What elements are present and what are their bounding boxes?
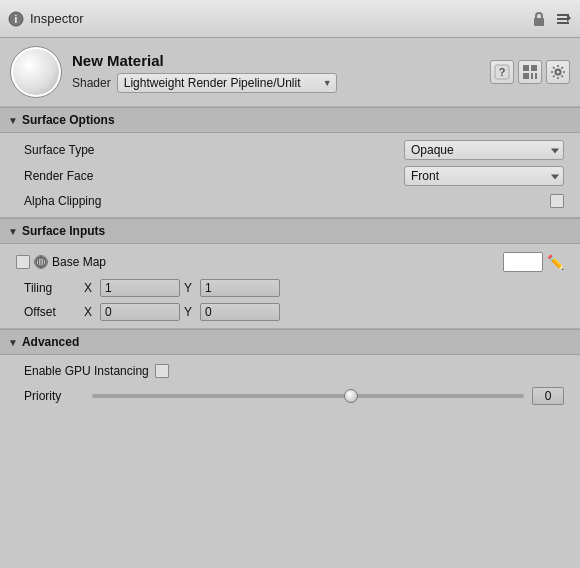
title-bar-left: i Inspector [8, 11, 83, 27]
base-map-label: Base Map [52, 255, 503, 269]
svg-rect-11 [523, 73, 529, 79]
render-face-value: Front [404, 166, 564, 186]
menu-icon[interactable] [554, 10, 572, 28]
render-face-row: Render Face Front [0, 163, 580, 189]
offset-x-input[interactable] [100, 303, 180, 321]
title-bar: i Inspector [0, 0, 580, 38]
surface-options-header[interactable]: ▼ Surface Options [0, 107, 580, 133]
material-actions: ? [490, 60, 570, 84]
tiling-y-label: Y [184, 281, 196, 295]
svg-text:i: i [15, 14, 18, 25]
offset-fields: X Y [84, 303, 280, 321]
svg-rect-5 [557, 22, 569, 24]
surface-inputs-header[interactable]: ▼ Surface Inputs [0, 218, 580, 244]
shader-label: Shader [72, 76, 111, 90]
tiling-x-label: X [84, 281, 96, 295]
render-face-dropdown-wrapper[interactable]: Front [404, 166, 564, 186]
layout-button[interactable] [518, 60, 542, 84]
tiling-fields: X Y [84, 279, 280, 297]
svg-point-14 [556, 70, 561, 75]
offset-label: Offset [24, 305, 84, 319]
settings-button[interactable] [546, 60, 570, 84]
title-bar-actions [530, 10, 572, 28]
shader-dropdown-wrapper[interactable]: Lightweight Render Pipeline/Unlit [117, 73, 337, 93]
pencil-icon[interactable]: ✏️ [547, 254, 564, 270]
base-map-row: Base Map ✏️ [0, 248, 580, 276]
surface-options-title: Surface Options [22, 113, 115, 127]
svg-rect-9 [523, 65, 529, 71]
surface-options-content: Surface Type Opaque Render Face Front Al… [0, 133, 580, 217]
render-face-label: Render Face [24, 169, 404, 183]
advanced-arrow: ▼ [8, 337, 18, 348]
shader-row: Shader Lightweight Render Pipeline/Unlit [72, 73, 480, 93]
surface-type-label: Surface Type [24, 143, 404, 157]
svg-rect-12 [531, 73, 533, 79]
advanced-header[interactable]: ▼ Advanced [0, 329, 580, 355]
tiling-row: Tiling X Y [0, 276, 580, 300]
tiling-y-input[interactable] [200, 279, 280, 297]
render-face-dropdown[interactable]: Front [404, 166, 564, 186]
alpha-clipping-label: Alpha Clipping [24, 194, 550, 208]
priority-row: Priority 0 [0, 383, 580, 409]
info-icon: i [8, 11, 24, 27]
priority-label: Priority [24, 389, 84, 403]
priority-value: 0 [532, 387, 564, 405]
offset-y-label: Y [184, 305, 196, 319]
advanced-title: Advanced [22, 335, 79, 349]
material-preview [10, 46, 62, 98]
offset-row: Offset X Y [0, 300, 580, 324]
window-title: Inspector [30, 11, 83, 26]
surface-type-value: Opaque [404, 140, 564, 160]
shader-dropdown[interactable]: Lightweight Render Pipeline/Unlit [117, 73, 337, 93]
base-map-checkbox[interactable] [16, 255, 30, 269]
advanced-content: Enable GPU Instancing Priority 0 [0, 355, 580, 413]
alpha-clipping-checkbox[interactable] [550, 194, 564, 208]
svg-rect-13 [535, 73, 537, 79]
base-map-color-swatch[interactable] [503, 252, 543, 272]
alpha-clipping-row: Alpha Clipping [0, 189, 580, 213]
svg-rect-10 [531, 65, 537, 71]
gpu-instancing-label: Enable GPU Instancing [24, 364, 149, 378]
surface-inputs-content: Base Map ✏️ Tiling X Y Offset X Y [0, 244, 580, 328]
material-name: New Material [72, 52, 480, 69]
material-info: New Material Shader Lightweight Render P… [72, 52, 480, 93]
surface-type-dropdown[interactable]: Opaque [404, 140, 564, 160]
base-map-circle-icon [34, 255, 48, 269]
surface-options-arrow: ▼ [8, 115, 18, 126]
svg-text:?: ? [499, 66, 506, 78]
gpu-instancing-checkbox[interactable] [155, 364, 169, 378]
help-button[interactable]: ? [490, 60, 514, 84]
tiling-x-input[interactable] [100, 279, 180, 297]
svg-rect-2 [534, 18, 544, 26]
gpu-instancing-row: Enable GPU Instancing [0, 359, 580, 383]
priority-slider-wrapper [92, 387, 524, 405]
offset-y-input[interactable] [200, 303, 280, 321]
surface-type-dropdown-wrapper[interactable]: Opaque [404, 140, 564, 160]
offset-x-label: X [84, 305, 96, 319]
alpha-clipping-value [550, 194, 564, 208]
preview-sphere [13, 49, 59, 95]
surface-inputs-arrow: ▼ [8, 226, 18, 237]
surface-inputs-title: Surface Inputs [22, 224, 105, 238]
surface-type-row: Surface Type Opaque [0, 137, 580, 163]
material-header: New Material Shader Lightweight Render P… [0, 38, 580, 107]
tiling-label: Tiling [24, 281, 84, 295]
lock-icon[interactable] [530, 10, 548, 28]
